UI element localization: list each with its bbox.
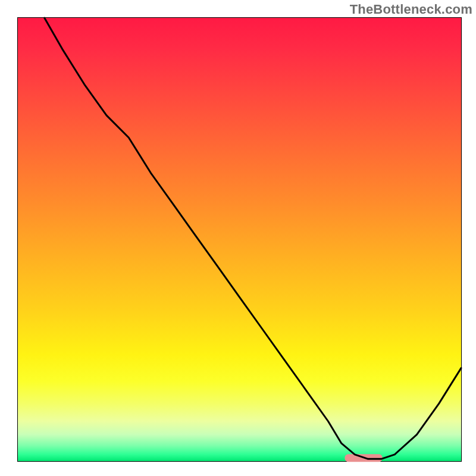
bottleneck-chart: TheBottleneck.com — [0, 0, 476, 476]
watermark-text: TheBottleneck.com — [350, 2, 472, 17]
chart-svg — [0, 0, 476, 476]
